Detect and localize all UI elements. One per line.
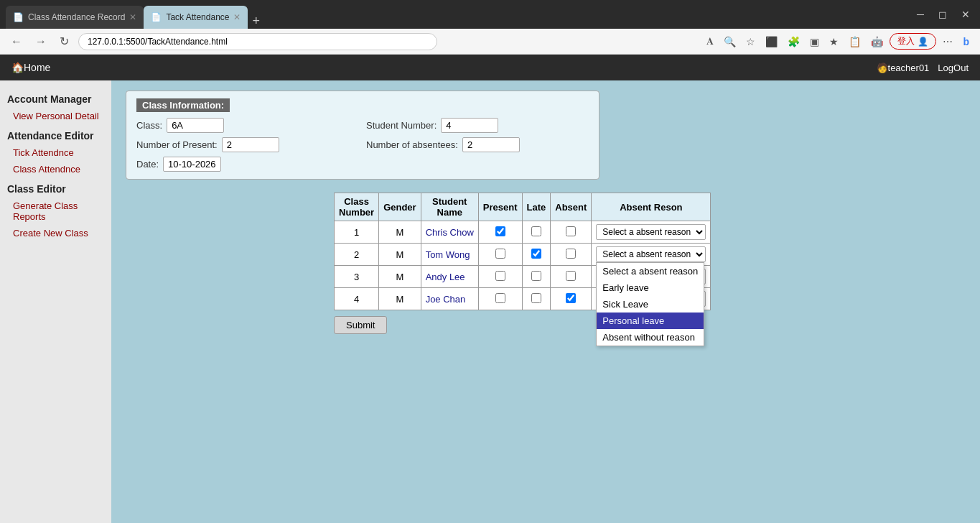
close-button[interactable]: ✕ [957,7,974,22]
address-input[interactable] [78,33,437,50]
minimize-button[interactable]: ─ [913,7,928,22]
row3-absent-cell [551,266,592,288]
row1-late-cell [522,221,551,244]
dropdown-item-personal-leave[interactable]: Personal leave [597,313,704,329]
row4-present-checkbox[interactable] [495,293,505,303]
row1-reason-cell: Select a absent reason Early leave Sick … [592,221,711,244]
signin-button[interactable]: 登入 👤 [890,33,936,50]
restore-button[interactable]: ◻ [934,7,951,22]
student-number-row: Student Number: 4 [366,118,589,133]
favorites-icon[interactable]: ★ [826,34,842,49]
class-value: 6A [167,118,224,133]
signin-label: 登入 [897,35,915,47]
student-number-value: 4 [441,118,498,133]
row2-late-cell [522,244,551,266]
dropdown-item-absent-without[interactable]: Absent without reason [597,329,704,346]
tab-doc-icon: 📄 [13,12,24,22]
row4-late-checkbox[interactable] [531,293,541,303]
dropdown-item-select[interactable]: Select a absent reason [597,263,704,279]
copilot-icon[interactable]: 🤖 [867,34,887,49]
extensions-icon[interactable]: ⬛ [762,34,781,49]
row1-present-checkbox[interactable] [495,226,505,236]
row3-late-checkbox[interactable] [531,271,541,281]
row1-num: 1 [335,221,379,244]
class-row: Class: 6A [136,118,359,133]
bookmark-icon[interactable]: ☆ [742,34,759,49]
home-link[interactable]: 🏠Home [11,62,50,73]
sidebar-section-class-editor: Class Editor [0,177,111,198]
col-student-name: StudentName [421,193,478,221]
row2-gender: M [379,244,421,266]
row1-absent-checkbox[interactable] [566,226,576,236]
user-label: 🧑teacher01 [877,63,930,73]
number-present-label: Number of Present: [136,139,218,150]
forward-button[interactable]: → [32,34,50,50]
search-icon[interactable]: 🔍 [720,34,739,49]
date-row: Date: 10-10-2026 [136,157,359,172]
date-label: Date: [136,159,159,170]
collections-icon[interactable]: 📋 [845,34,864,49]
row4-absent-checkbox[interactable] [566,293,576,303]
browser-tabs: 📄 Class Attendance Record ✕ 📄 Tack Atten… [6,0,908,29]
app-body: Account Manager View Personal Detail Att… [0,80,980,523]
tab2-close-btn[interactable]: ✕ [233,12,241,22]
col-absent-reason: Absent Reson [592,193,711,221]
row2-absent-cell [551,244,592,266]
number-absent-label: Number of absentees: [366,139,458,150]
class-label: Class: [136,120,162,131]
col-class-number: ClassNumber [335,193,379,221]
row1-gender: M [379,221,421,244]
row3-absent-checkbox[interactable] [566,271,576,281]
row2-absent-checkbox[interactable] [566,249,576,259]
row1-absent-reason-select[interactable]: Select a absent reason Early leave Sick … [596,224,706,240]
tab-tack-attendance[interactable]: 📄 Tack Attendance ✕ [144,6,248,29]
number-absent-value: 2 [462,137,520,152]
menu-button[interactable]: ⋯ [939,34,956,49]
tab-class-attendance[interactable]: 📄 Class Attendance Record ✕ [6,6,144,29]
student-number-label: Student Number: [366,120,437,131]
table-header-row: ClassNumber Gender StudentName Present L… [335,193,711,221]
row2-absent-reason-select[interactable]: Select a absent reason Early leave Sick … [596,246,706,262]
date-value: 10-10-2026 [163,157,221,172]
row4-gender: M [379,288,421,310]
row3-num: 3 [335,266,379,288]
new-tab-button[interactable]: + [248,14,264,29]
split-view-icon[interactable]: ▣ [806,34,823,49]
sidebar-section-account: Account Manager [0,88,111,108]
dropdown-item-early-leave[interactable]: Early leave [597,279,704,296]
row2-present-checkbox[interactable] [495,249,505,259]
table-row: 2 M Tom Wong [335,244,711,266]
tab-close-btn[interactable]: ✕ [129,12,136,22]
toolbar-icons: 𝐀 🔍 ☆ ⬛ 🧩 ▣ ★ 📋 🤖 登入 👤 ⋯ b [703,33,973,50]
user-avatar-icon: 👤 [918,37,928,47]
logout-button[interactable]: LogOut [938,63,969,73]
number-present-value: 2 [222,137,279,152]
text-size-icon[interactable]: 𝐀 [703,34,717,49]
row1-absent-cell [551,221,592,244]
browser-chrome: 📄 Class Attendance Record ✕ 📄 Tack Atten… [0,0,980,29]
sidebar-item-view-personal[interactable]: View Personal Detail [0,108,111,124]
back-button[interactable]: ← [7,34,26,50]
tab2-label: Tack Attendance [166,12,229,22]
address-bar: ← → ↻ 𝐀 🔍 ☆ ⬛ 🧩 ▣ ★ 📋 🤖 登入 👤 ⋯ b [0,29,980,55]
col-gender: Gender [379,193,421,221]
row4-late-cell [522,288,551,310]
row2-num: 2 [335,244,379,266]
row4-name: Joe Chan [421,288,478,310]
dropdown-item-sick-leave[interactable]: Sick Leave [597,296,704,313]
sidebar-item-generate-reports[interactable]: Generate Class Reports [0,198,111,225]
sidebar-item-class-attendance[interactable]: Class Attendnce [0,161,111,177]
row3-present-checkbox[interactable] [495,271,505,281]
sidebar-item-tick-attendance[interactable]: Tick Attendnce [0,144,111,161]
row2-late-checkbox[interactable] [531,249,541,259]
number-absent-row: Number of absentees: 2 [366,137,589,152]
sidebar-item-create-class[interactable]: Create New Class [0,225,111,241]
reload-button[interactable]: ↻ [56,33,73,50]
col-absent: Absent [551,193,592,221]
attendance-table-wrapper: ClassNumber Gender StudentName Present L… [334,193,966,334]
browser-ext-icon[interactable]: 🧩 [784,34,803,49]
bing-icon[interactable]: b [959,34,973,49]
sidebar-section-attendance: Attendance Editor [0,124,111,144]
submit-button[interactable]: Submit [334,316,387,334]
row1-late-checkbox[interactable] [531,226,541,236]
